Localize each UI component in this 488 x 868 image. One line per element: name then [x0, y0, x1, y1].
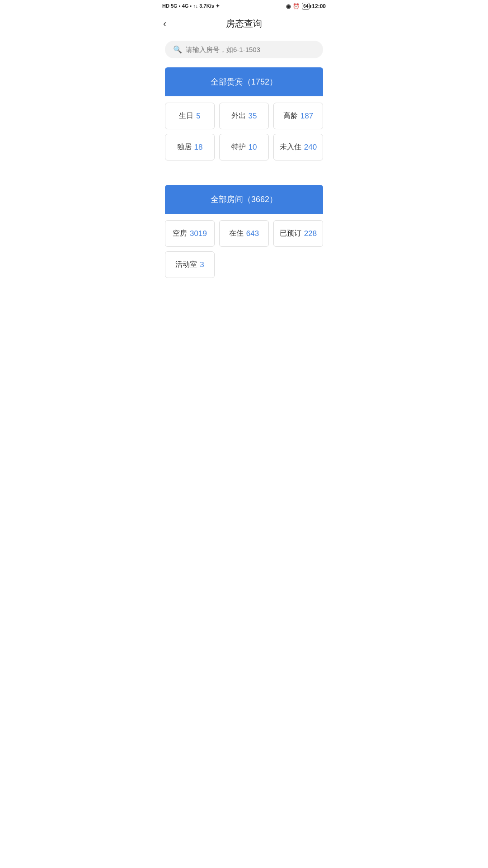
room-label-occupied: 在住 [229, 229, 244, 238]
guest-value-alone: 18 [194, 143, 203, 152]
search-input[interactable] [186, 46, 315, 53]
room-label-reserved: 已预订 [280, 229, 301, 238]
guest-section-header[interactable]: 全部贵宾（1752） [165, 67, 323, 96]
guest-label-special-care: 特护 [231, 142, 246, 152]
room-section-header[interactable]: 全部房间（3662） [165, 185, 323, 214]
guest-value-elderly: 187 [300, 112, 313, 121]
back-button[interactable]: ‹ [163, 19, 166, 29]
guest-label-elderly: 高龄 [283, 111, 298, 121]
status-icons: HD 5G ▪ 4G ▪ ↑↓ 3.7K/s ✦ [162, 3, 220, 9]
room-card-reserved[interactable]: 已预订 228 [273, 220, 323, 247]
eye-icon: ◉ [286, 3, 291, 9]
guest-value-birthday: 5 [196, 112, 200, 121]
guest-card-outing[interactable]: 外出 35 [219, 103, 269, 129]
room-card-activity[interactable]: 活动室 3 [165, 251, 215, 278]
guest-label-alone: 独居 [177, 142, 192, 152]
guest-label-not-checked-in: 未入住 [280, 142, 301, 152]
guest-section: 全部贵宾（1752） 生日 5 外出 35 高龄 187 独居 18 特护 10… [156, 67, 332, 171]
search-container: 🔍 [156, 36, 332, 67]
guest-card-special-care[interactable]: 特护 10 [219, 134, 269, 160]
room-section: 全部房间（3662） 空房 3019 在住 643 已预订 228 活动室 3 [156, 185, 332, 289]
page-title: 房态查询 [226, 18, 262, 30]
alarm-icon: ⏰ [293, 3, 300, 9]
guest-card-birthday[interactable]: 生日 5 [165, 103, 215, 129]
clock: 12:00 [312, 3, 326, 9]
guest-value-not-checked-in: 240 [304, 143, 317, 152]
guest-cards-grid: 生日 5 外出 35 高龄 187 独居 18 特护 10 未入住 240 [165, 96, 323, 160]
room-label-empty: 空房 [173, 229, 187, 238]
guest-card-not-checked-in[interactable]: 未入住 240 [273, 134, 323, 160]
status-left: HD 5G ▪ 4G ▪ ↑↓ 3.7K/s ✦ [162, 3, 220, 9]
guest-card-elderly[interactable]: 高龄 187 [273, 103, 323, 129]
room-value-empty: 3019 [190, 229, 207, 238]
room-value-activity: 3 [200, 260, 204, 269]
room-value-reserved: 228 [304, 229, 317, 238]
guest-label-outing: 外出 [231, 111, 246, 121]
header: ‹ 房态查询 [156, 11, 332, 36]
status-right: ◉ ⏰ 64 12:00 [286, 3, 326, 9]
guest-card-alone[interactable]: 独居 18 [165, 134, 215, 160]
room-cards-grid: 空房 3019 在住 643 已预订 228 活动室 3 [165, 214, 323, 278]
room-value-occupied: 643 [246, 229, 259, 238]
room-card-empty[interactable]: 空房 3019 [165, 220, 215, 247]
guest-value-outing: 35 [249, 112, 257, 121]
guest-value-special-care: 10 [249, 143, 257, 152]
spacer [156, 171, 332, 185]
guest-label-birthday: 生日 [179, 111, 193, 121]
search-box: 🔍 [165, 41, 323, 58]
search-icon: 🔍 [173, 45, 182, 54]
battery: 64 [302, 3, 310, 9]
room-label-activity: 活动室 [175, 260, 197, 269]
room-card-occupied[interactable]: 在住 643 [219, 220, 269, 247]
status-bar: HD 5G ▪ 4G ▪ ↑↓ 3.7K/s ✦ ◉ ⏰ 64 12:00 [156, 0, 332, 11]
